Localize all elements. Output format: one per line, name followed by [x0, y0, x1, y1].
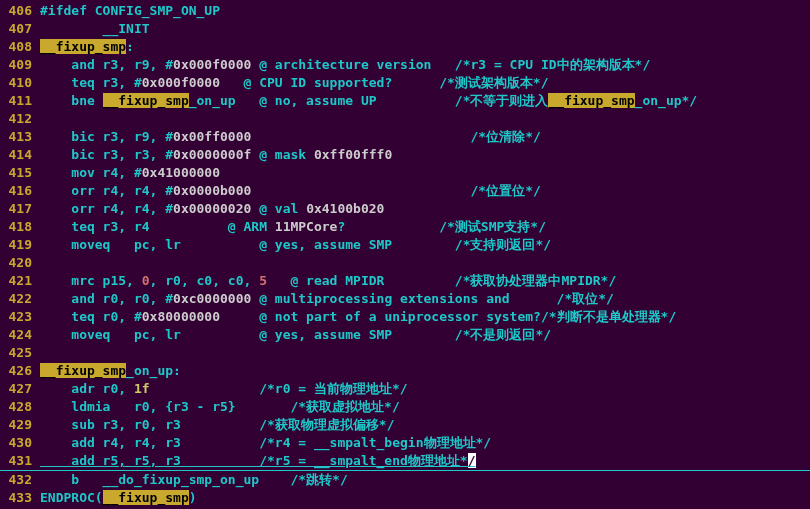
code-line: 412	[0, 110, 810, 128]
code-content: mov r4, #0x41000000	[40, 165, 220, 180]
code-line: 425	[0, 344, 810, 362]
code-line: 426__fixup_smp_on_up:	[0, 362, 810, 380]
code-line: 409 and r3, r9, #0x000f0000 @ architectu…	[0, 56, 810, 74]
code-line: 427 adr r0, 1f /*r0 = 当前物理地址*/	[0, 380, 810, 398]
code-content: teq r3, r4 @ ARM 11MPCore? /*测试SMP支持*/	[40, 219, 546, 234]
code-content: __fixup_smp_on_up:	[40, 363, 181, 378]
code-line: 424 moveq pc, lr @ yes, assume SMP /*不是则…	[0, 326, 810, 344]
code-line: 408__fixup_smp:	[0, 38, 810, 56]
line-number: 413	[0, 128, 40, 146]
code-content: and r0, r0, #0xc0000000 @ multiprocessin…	[40, 291, 614, 306]
line-number: 425	[0, 344, 40, 362]
code-content: add r4, r4, r3 /*r4 = __smpalt_begin物理地址…	[40, 435, 491, 450]
line-number: 412	[0, 110, 40, 128]
code-line: 414 bic r3, r3, #0x0000000f @ mask 0xff0…	[0, 146, 810, 164]
code-line: 415 mov r4, #0x41000000	[0, 164, 810, 182]
line-number: 423	[0, 308, 40, 326]
line-number: 409	[0, 56, 40, 74]
code-content: teq r0, #0x80000000 @ not part of a unip…	[40, 309, 676, 324]
code-content: add r5, r5, r3 /*r5 = __smpalt_end物理地址*/	[40, 453, 476, 468]
code-content: bic r3, r3, #0x0000000f @ mask 0xff00fff…	[40, 147, 392, 162]
line-number: 408	[0, 38, 40, 56]
line-number: 433	[0, 489, 40, 507]
code-line: 429 sub r3, r0, r3 /*获取物理虚拟偏移*/	[0, 416, 810, 434]
code-line: 407 __INIT	[0, 20, 810, 38]
line-number: 414	[0, 146, 40, 164]
code-content: __INIT	[40, 21, 150, 36]
code-line: 431 add r5, r5, r3 /*r5 = __smpalt_end物理…	[0, 452, 810, 471]
code-content: moveq pc, lr @ yes, assume SMP /*不是则返回*/	[40, 327, 551, 342]
code-content: #ifdef CONFIG_SMP_ON_UP	[40, 3, 220, 18]
line-number: 419	[0, 236, 40, 254]
line-number: 430	[0, 434, 40, 452]
code-content: orr r4, r4, #0x0000b000 /*位置位*/	[40, 183, 541, 198]
code-content: orr r4, r4, #0x00000020 @ val 0x4100b020	[40, 201, 384, 216]
code-content: __fixup_smp:	[40, 39, 134, 54]
code-line: 418 teq r3, r4 @ ARM 11MPCore? /*测试SMP支持…	[0, 218, 810, 236]
code-content: sub r3, r0, r3 /*获取物理虚拟偏移*/	[40, 417, 394, 432]
code-line: 411 bne __fixup_smp_on_up @ no, assume U…	[0, 92, 810, 110]
code-line: 428 ldmia r0, {r3 - r5} /*获取虚拟地址*/	[0, 398, 810, 416]
line-number: 415	[0, 164, 40, 182]
line-number: 428	[0, 398, 40, 416]
line-number: 422	[0, 290, 40, 308]
code-content: bne __fixup_smp_on_up @ no, assume UP /*…	[40, 93, 697, 108]
code-content: and r3, r9, #0x000f0000 @ architecture v…	[40, 57, 650, 72]
line-number: 417	[0, 200, 40, 218]
line-number: 411	[0, 92, 40, 110]
code-content: teq r3, #0x000f0000 @ CPU ID supported? …	[40, 75, 548, 90]
line-number: 432	[0, 471, 40, 489]
code-content: mrc p15, 0, r0, c0, c0, 5 @ read MPIDR /…	[40, 273, 616, 288]
code-content: adr r0, 1f /*r0 = 当前物理地址*/	[40, 381, 408, 396]
line-number: 407	[0, 20, 40, 38]
code-line: 417 orr r4, r4, #0x00000020 @ val 0x4100…	[0, 200, 810, 218]
code-content: ldmia r0, {r3 - r5} /*获取虚拟地址*/	[40, 399, 400, 414]
line-number: 420	[0, 254, 40, 272]
code-line: 423 teq r0, #0x80000000 @ not part of a …	[0, 308, 810, 326]
code-line: 406#ifdef CONFIG_SMP_ON_UP	[0, 2, 810, 20]
line-number: 406	[0, 2, 40, 20]
line-number: 429	[0, 416, 40, 434]
code-content: b __do_fixup_smp_on_up /*跳转*/	[40, 472, 348, 487]
line-number: 426	[0, 362, 40, 380]
code-line: 420	[0, 254, 810, 272]
line-number: 431	[0, 452, 40, 470]
code-line: 433ENDPROC(__fixup_smp)	[0, 489, 810, 507]
code-line: 422 and r0, r0, #0xc0000000 @ multiproce…	[0, 290, 810, 308]
line-number: 427	[0, 380, 40, 398]
code-line: 416 orr r4, r4, #0x0000b000 /*位置位*/	[0, 182, 810, 200]
line-number: 410	[0, 74, 40, 92]
code-content: moveq pc, lr @ yes, assume SMP /*支持则返回*/	[40, 237, 551, 252]
code-line: 413 bic r3, r9, #0x00ff0000 /*位清除*/	[0, 128, 810, 146]
code-content: bic r3, r9, #0x00ff0000 /*位清除*/	[40, 129, 541, 144]
code-editor[interactable]: 406#ifdef CONFIG_SMP_ON_UP407 __INIT408_…	[0, 0, 810, 509]
line-number: 421	[0, 272, 40, 290]
code-line: 430 add r4, r4, r3 /*r4 = __smpalt_begin…	[0, 434, 810, 452]
code-content: ENDPROC(__fixup_smp)	[40, 490, 197, 505]
code-line: 419 moveq pc, lr @ yes, assume SMP /*支持则…	[0, 236, 810, 254]
line-number: 416	[0, 182, 40, 200]
line-number: 424	[0, 326, 40, 344]
code-line: 410 teq r3, #0x000f0000 @ CPU ID support…	[0, 74, 810, 92]
code-line: 432 b __do_fixup_smp_on_up /*跳转*/	[0, 471, 810, 489]
line-number: 418	[0, 218, 40, 236]
code-line: 421 mrc p15, 0, r0, c0, c0, 5 @ read MPI…	[0, 272, 810, 290]
